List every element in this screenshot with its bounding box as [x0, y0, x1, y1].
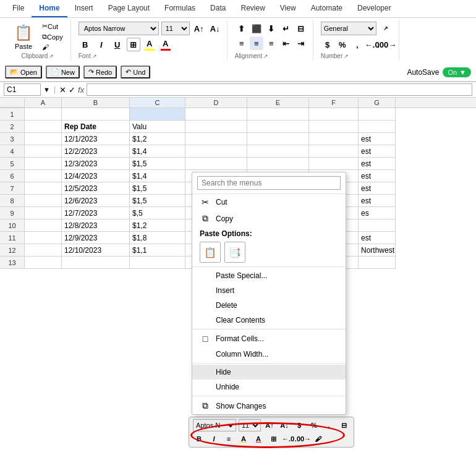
cell-1-F[interactable]	[309, 108, 359, 121]
cell-2-F[interactable]	[309, 121, 359, 133]
cell-2-C[interactable]: Valu	[130, 121, 185, 133]
cell-10-G[interactable]	[359, 219, 396, 232]
bt-dec-dec[interactable]: ←.0	[282, 433, 294, 445]
bt-percent[interactable]: %	[308, 419, 320, 431]
cell-ref-expand-icon[interactable]: ▼	[43, 86, 50, 93]
paste-opt-1[interactable]: 📋	[200, 242, 221, 263]
bt-currency[interactable]: $	[293, 419, 305, 431]
cell-1-G[interactable]	[359, 108, 396, 121]
cell-8-C[interactable]: $1,5	[130, 195, 185, 207]
cell-12-A[interactable]	[25, 244, 62, 257]
cell-11-A[interactable]	[25, 232, 62, 244]
cut-button[interactable]: ✂ Cut	[40, 22, 66, 31]
align-bottom-button[interactable]: ⬇	[265, 22, 278, 35]
cell-7-B[interactable]: 12/5/2023	[62, 182, 130, 195]
copy-button[interactable]: ⧉ Copy	[40, 32, 66, 41]
tab-insert[interactable]: Insert	[67, 0, 101, 17]
tab-developer[interactable]: Developer	[350, 0, 399, 17]
cell-2-D[interactable]	[185, 121, 247, 133]
align-right-button[interactable]: ≡	[265, 36, 278, 50]
tab-view[interactable]: View	[273, 0, 304, 17]
menu-item-hide[interactable]: Hide	[192, 365, 346, 380]
cell-3-A[interactable]	[25, 133, 62, 145]
cell-9-G[interactable]: es	[359, 207, 396, 219]
cell-6-A[interactable]	[25, 170, 62, 182]
percent-button[interactable]: %	[336, 38, 349, 51]
bt-increase-font[interactable]: A↑	[263, 419, 276, 431]
cell-1-D[interactable]	[185, 108, 247, 121]
new-button[interactable]: 📄 New	[46, 66, 80, 79]
cell-3-C[interactable]: $1,2	[130, 133, 185, 145]
cell-5-F[interactable]	[309, 158, 359, 170]
menu-item-show-changes[interactable]: ⧉ Show Changes	[192, 397, 346, 414]
cell-2-E[interactable]	[247, 121, 309, 133]
cell-13-A[interactable]	[25, 257, 62, 269]
clipboard-expand-icon[interactable]: ↗	[49, 53, 54, 59]
indent-decrease-button[interactable]: ⇤	[279, 36, 293, 50]
comma-button[interactable]: ,	[351, 38, 364, 51]
cell-10-B[interactable]: 12/8/2023	[62, 219, 130, 232]
tab-formulas[interactable]: Formulas	[157, 0, 203, 17]
cell-4-G[interactable]: est	[359, 145, 396, 158]
wrap-text-button[interactable]: ↵	[279, 22, 293, 35]
bt-more[interactable]: ⊟	[338, 419, 350, 431]
cell-3-G[interactable]: est	[359, 133, 396, 145]
menu-search-input[interactable]	[197, 176, 341, 190]
cell-3-B[interactable]: 12/1/2023	[62, 133, 130, 145]
cell-2-A[interactable]	[25, 121, 62, 133]
cell-8-A[interactable]	[25, 195, 62, 207]
cell-11-B[interactable]: 12/9/2023	[62, 232, 130, 244]
menu-item-format-cells[interactable]: □ Format Cells...	[192, 331, 346, 347]
bt-comma[interactable]: ,	[323, 419, 335, 431]
number-format-select[interactable]: General	[321, 22, 376, 35]
cell-4-C[interactable]: $1,4	[130, 145, 185, 158]
cell-reference-input[interactable]	[4, 83, 41, 96]
cell-4-E[interactable]	[247, 145, 309, 158]
indent-increase-button[interactable]: ⇥	[294, 36, 308, 50]
menu-item-column-width[interactable]: Column Width...	[192, 347, 346, 362]
align-center-button[interactable]: ≡	[250, 36, 263, 50]
menu-item-copy[interactable]: ⧉ Copy	[192, 210, 346, 227]
cell-5-D[interactable]	[185, 158, 247, 170]
cell-12-G[interactable]: Northwest	[359, 244, 396, 257]
cell-7-A[interactable]	[25, 182, 62, 195]
bt-decrease-font[interactable]: A↓	[278, 419, 291, 431]
tab-data[interactable]: Data	[203, 0, 233, 17]
autosave-toggle[interactable]: On ▼	[443, 67, 471, 77]
cell-5-C[interactable]: $1,5	[130, 158, 185, 170]
bt-borders[interactable]: ⊞	[267, 433, 279, 445]
redo-button[interactable]: ↷ Redo	[83, 66, 117, 79]
cell-10-A[interactable]	[25, 219, 62, 232]
cell-4-B[interactable]: 12/2/2023	[62, 145, 130, 158]
cell-13-G[interactable]	[359, 257, 396, 269]
tab-review[interactable]: Review	[233, 0, 272, 17]
font-name-select[interactable]: Aptos Narrow	[79, 22, 159, 35]
increase-font-button[interactable]: A↑	[192, 22, 206, 35]
number-expand-icon[interactable]: ↗	[379, 22, 393, 35]
cell-4-D[interactable]	[185, 145, 247, 158]
cell-5-A[interactable]	[25, 158, 62, 170]
menu-item-delete[interactable]: Delete	[192, 298, 346, 313]
cell-5-E[interactable]	[247, 158, 309, 170]
menu-item-cut[interactable]: ✂ Cut	[192, 194, 346, 210]
cell-1-C[interactable]	[130, 108, 185, 121]
tab-page-layout[interactable]: Page Layout	[101, 0, 157, 17]
menu-item-clear-contents[interactable]: Clear Contents	[192, 313, 346, 328]
alignment-expand-icon[interactable]: ↗	[263, 53, 268, 59]
font-color-button[interactable]: A	[159, 38, 172, 51]
cell-11-G[interactable]: est	[359, 232, 396, 244]
col-header-D[interactable]: D	[185, 98, 247, 108]
cell-9-C[interactable]: $,5	[130, 207, 185, 219]
cell-7-G[interactable]: est	[359, 182, 396, 195]
cell-3-F[interactable]	[309, 133, 359, 145]
bt-format[interactable]: 🖌	[312, 433, 324, 445]
bt-size-select[interactable]: 11	[239, 419, 261, 431]
cell-5-B[interactable]: 12/3/2023	[62, 158, 130, 170]
paste-button[interactable]: 📋 Paste	[10, 22, 37, 51]
tab-file[interactable]: File	[5, 0, 32, 17]
bold-button[interactable]: B	[79, 38, 92, 51]
font-expand-icon[interactable]: ↗	[92, 53, 97, 59]
cell-12-C[interactable]: $1,1	[130, 244, 185, 257]
bt-italic[interactable]: I	[208, 433, 220, 445]
cell-8-G[interactable]: est	[359, 195, 396, 207]
